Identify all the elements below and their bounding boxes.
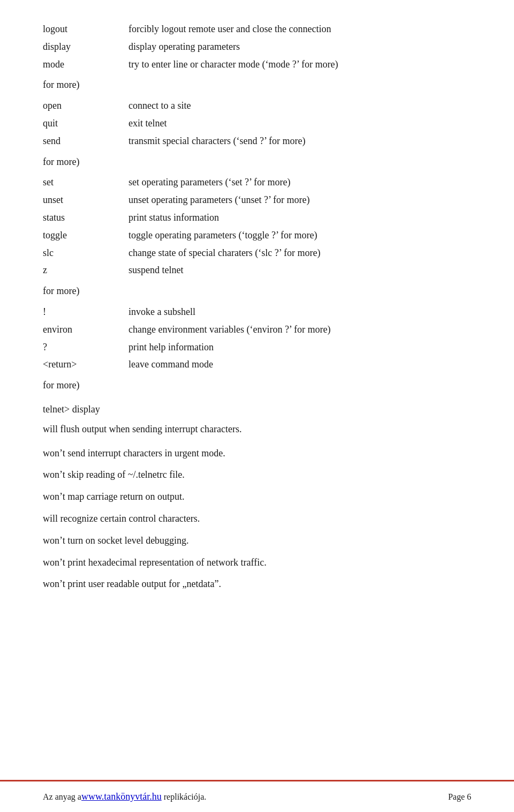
cmd-set: set xyxy=(43,175,128,190)
telnet-cmd: display xyxy=(72,404,100,415)
desc-unset: unset operating parameters (‘unset ?’ fo… xyxy=(128,192,471,208)
desc-display: display operating parameters xyxy=(128,39,471,55)
content-row-quit: quit exit telnet xyxy=(43,116,471,131)
cmd-unset: unset xyxy=(43,192,128,208)
para-hexadecimal: won’t print hexadecimal representation o… xyxy=(43,555,471,570)
telnet-prompt: telnet> xyxy=(43,404,70,415)
para-socket: won’t turn on socket level debugging. xyxy=(43,533,471,548)
desc-qmark: print help information xyxy=(128,340,471,355)
desc-set: set operating parameters (‘set ?’ for mo… xyxy=(128,175,471,190)
separator-line-3: for more) xyxy=(43,283,471,299)
desc-status: print status information xyxy=(128,210,471,225)
cmd-qmark: ? xyxy=(43,340,128,355)
content-row-send: send transmit special characters (‘send … xyxy=(43,133,471,149)
cmd-mode: mode xyxy=(43,57,128,72)
cmd-send: send xyxy=(43,133,128,149)
content-row-excl: ! invoke a subshell xyxy=(43,304,471,320)
cmd-quit: quit xyxy=(43,116,128,131)
desc-environ: change environment variables (‘environ ?… xyxy=(128,322,471,337)
cmd-slc: slc xyxy=(43,245,128,261)
para-carriage: won’t map carriage return on output. xyxy=(43,489,471,505)
separator-line-2: for more) xyxy=(43,154,471,170)
separator-line-4: for more) xyxy=(43,378,471,393)
content-row-slc: slc change state of special charaters (‘… xyxy=(43,245,471,261)
content-row-environ: environ change environment variables (‘e… xyxy=(43,322,471,337)
cmd-status: status xyxy=(43,210,128,225)
separator-line: for more) xyxy=(43,77,471,93)
footer: Az anyag a www.tankönyvtár.hu replikáció… xyxy=(0,780,514,812)
para-netdata: won’t print user readable output for „ne… xyxy=(43,576,471,592)
content-row-display: display display operating parameters xyxy=(43,39,471,55)
desc-z: suspend telnet xyxy=(128,262,471,278)
desc-mode: try to enter line or character mode (‘mo… xyxy=(128,57,471,72)
desc-slc: change state of special charaters (‘slc … xyxy=(128,245,471,261)
footer-page: Page 6 xyxy=(448,792,471,802)
cmd-environ: environ xyxy=(43,322,128,337)
footer-text-before: Az anyag a xyxy=(43,792,81,802)
content-row-set: set set operating parameters (‘set ?’ fo… xyxy=(43,175,471,190)
content-row-unset: unset unset operating parameters (‘unset… xyxy=(43,192,471,208)
para-urgent: won’t send interrupt characters in urgen… xyxy=(43,446,471,461)
content-row-mode: mode try to enter line or character mode… xyxy=(43,57,471,72)
content-row-open: open connect to a site xyxy=(43,98,471,114)
cmd-toggle: toggle xyxy=(43,228,128,243)
content-row-toggle: toggle toggle operating parameters (‘tog… xyxy=(43,228,471,243)
para-control: will recognize certain control character… xyxy=(43,511,471,527)
desc-toggle: toggle operating parameters (‘toggle ?’ … xyxy=(128,228,471,243)
telnet-prompt-line: telnet> display xyxy=(43,402,471,417)
display-desc: will flush output when sending interrupt… xyxy=(43,422,471,437)
content-row-logout: logout forcibly logout remote user and c… xyxy=(43,21,471,37)
desc-open: connect to a site xyxy=(128,98,471,114)
desc-excl: invoke a subshell xyxy=(128,304,471,320)
para-telnetrc: won’t skip reading of ~/.telnetrc file. xyxy=(43,467,471,483)
cmd-return: <return> xyxy=(43,357,128,372)
cmd-open: open xyxy=(43,98,128,114)
desc-quit: exit telnet xyxy=(128,116,471,131)
footer-text-after: replikációja. xyxy=(162,792,207,802)
cmd-display: display xyxy=(43,39,128,55)
footer-link[interactable]: www.tankönyvtár.hu xyxy=(81,791,162,802)
desc-return: leave command mode xyxy=(128,357,471,372)
desc-send: transmit special characters (‘send ?’ fo… xyxy=(128,133,471,149)
content-row-return: <return> leave command mode xyxy=(43,357,471,372)
cmd-z: z xyxy=(43,262,128,278)
cmd-excl: ! xyxy=(43,304,128,320)
desc-logout: forcibly logout remote user and close th… xyxy=(128,21,471,37)
cmd-logout: logout xyxy=(43,21,128,37)
content-row-status: status print status information xyxy=(43,210,471,225)
content-row-z: z suspend telnet xyxy=(43,262,471,278)
content-row-qmark: ? print help information xyxy=(43,340,471,355)
page-content: logout forcibly logout remote user and c… xyxy=(0,0,514,652)
